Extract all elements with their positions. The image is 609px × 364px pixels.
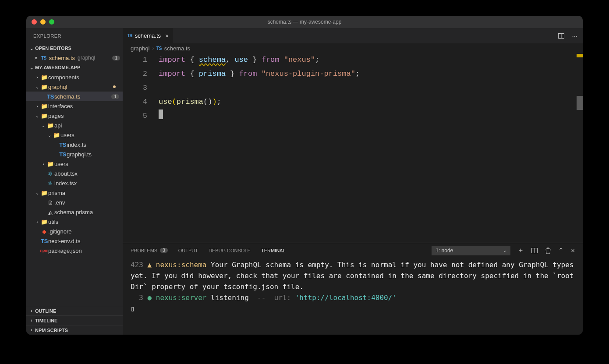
open-editor-item[interactable]: × TS schema.ts graphql 1 [26, 53, 123, 63]
code-line[interactable] [159, 109, 583, 123]
tree-folder[interactable]: ⌄📁api [26, 120, 123, 130]
tree-item-label: users [60, 132, 74, 138]
line-gutter: 12345 [123, 53, 159, 243]
tree-folder[interactable]: ›📁utils [26, 217, 123, 226]
tree-folder[interactable]: ›📁interfaces [26, 101, 123, 111]
tree-folder[interactable]: ⌄📁graphql [26, 82, 123, 92]
tree-item-label: components [48, 74, 79, 81]
open-editors-section[interactable]: ⌄ OPEN EDITORS [26, 43, 123, 53]
tree-item-label: pages [48, 113, 64, 119]
tab-bar: TS schema.ts × ··· [123, 28, 583, 43]
chevron-down-icon: ⌄ [34, 85, 40, 89]
breadcrumb-folder[interactable]: graphql [131, 45, 149, 52]
react-icon: ⚛ [46, 170, 54, 177]
editor-tab[interactable]: TS schema.ts × [123, 28, 173, 43]
file-tree: ›📁components⌄📁graphqlTSschema.ts1›📁inter… [26, 72, 123, 306]
open-editor-badge: 1 [112, 56, 120, 60]
bottom-panel: PROBLEMS 3 OUTPUT DEBUG CONSOLE TERMINAL [123, 243, 583, 335]
debug-label: DEBUG CONSOLE [209, 248, 251, 253]
npm-icon: npm [40, 248, 48, 253]
tree-file[interactable]: TSschema.ts1 [26, 92, 123, 101]
close-panel-icon[interactable]: × [571, 247, 575, 254]
tree-item-label: next-env.d.ts [48, 238, 80, 244]
line-number: 2 [123, 67, 147, 81]
project-section[interactable]: ⌄ MY-AWESOME-APP [26, 63, 123, 72]
breadcrumb[interactable]: graphql › TS schema.ts [123, 43, 583, 53]
split-editor-icon[interactable] [558, 32, 565, 39]
typescript-icon: TS [40, 238, 48, 244]
log-tag: nexus:schema [156, 261, 207, 269]
code-editor[interactable]: 12345 import { schema, use } from "nexus… [123, 53, 583, 243]
overview-ruler[interactable] [577, 53, 583, 243]
tree-folder[interactable]: ›📁users [26, 159, 123, 169]
code-line[interactable] [159, 81, 583, 95]
folder-icon: 📁 [40, 219, 48, 225]
tree-file[interactable]: ◆.gitignore [26, 226, 123, 236]
tree-file[interactable]: ⚛about.tsx [26, 169, 123, 178]
output-tab[interactable]: OUTPUT [178, 248, 198, 253]
tree-file[interactable]: 🗎.env [26, 198, 123, 207]
tree-item-label: index.ts [67, 141, 86, 148]
line-number: 4 [123, 95, 147, 109]
window-title: schema.ts — my-awesome-app [26, 19, 583, 25]
folder-icon: 📁 [40, 103, 48, 110]
maximize-panel-icon[interactable]: ⌃ [558, 247, 564, 254]
debug-console-tab[interactable]: DEBUG CONSOLE [209, 248, 251, 253]
tree-file[interactable]: npmpackage.json [26, 246, 123, 255]
log-tag: nexus:server [156, 293, 207, 302]
npm-scripts-label: NPM SCRIPTS [35, 328, 68, 333]
more-actions-icon[interactable]: ··· [572, 32, 577, 39]
tree-folder[interactable]: ⌄📁prisma [26, 188, 123, 198]
tree-file[interactable]: TSgraphql.ts [26, 149, 123, 159]
chevron-right-icon: › [34, 75, 40, 80]
close-icon[interactable]: × [33, 55, 39, 61]
tree-item-label: graphql [48, 84, 67, 90]
code-line[interactable]: import { prisma } from "nexus-plugin-pri… [159, 67, 583, 81]
code-line[interactable]: use(prisma()); [159, 95, 583, 109]
tree-item-label: .env [54, 199, 65, 206]
typescript-icon: TS [59, 141, 67, 148]
chevron-down-icon: ⌄ [46, 133, 53, 138]
sidebar: EXPLORER ⌄ OPEN EDITORS × TS schema.ts g… [26, 28, 123, 335]
split-terminal-icon[interactable] [531, 247, 538, 254]
outline-section[interactable]: › OUTLINE [26, 306, 123, 315]
tree-file[interactable]: TSnext-env.d.ts [26, 236, 123, 246]
code-line[interactable]: import { schema, use } from "nexus"; [159, 53, 583, 67]
timeline-section[interactable]: › TIMELINE [26, 315, 123, 325]
npm-scripts-section[interactable]: › NPM SCRIPTS [26, 325, 123, 335]
line-number: 3 [123, 81, 147, 95]
typescript-icon: TS [59, 151, 67, 158]
tree-item-label: users [54, 161, 68, 167]
terminal-select[interactable]: 1: node ⌄ [432, 246, 510, 255]
project-label: MY-AWESOME-APP [35, 65, 80, 70]
problems-tab[interactable]: PROBLEMS 3 [131, 248, 168, 253]
tree-folder[interactable]: ⌄📁pages [26, 111, 123, 120]
terminal-tab[interactable]: TERMINAL [261, 248, 286, 253]
close-tab-icon[interactable]: × [165, 32, 169, 39]
ruler-warning-mark [577, 54, 583, 57]
tree-file[interactable]: ⚛index.tsx [26, 178, 123, 188]
tree-file[interactable]: ◭schema.prisma [26, 207, 123, 217]
code-content[interactable]: import { schema, use } from "nexus";impo… [159, 53, 583, 243]
terminal-output[interactable]: 423 ▲ nexus:schema Your GraphQL schema i… [123, 258, 583, 335]
chevron-down-icon: ⌄ [28, 46, 35, 51]
chevron-right-icon: › [34, 104, 40, 109]
open-editor-name: schema.ts [49, 55, 75, 61]
tree-file[interactable]: TSindex.ts [26, 140, 123, 149]
kill-terminal-icon[interactable] [545, 247, 551, 254]
line-number: 1 [123, 53, 147, 67]
panel-tabs: PROBLEMS 3 OUTPUT DEBUG CONSOLE TERMINAL [123, 243, 583, 258]
app-window: schema.ts — my-awesome-app EXPLORER ⌄ OP… [26, 16, 583, 335]
new-terminal-icon[interactable]: ＋ [517, 246, 524, 254]
main-area: TS schema.ts × ··· graphql › TS schema.t… [123, 28, 583, 335]
tree-folder[interactable]: ⌄📁users [26, 130, 123, 140]
breadcrumb-file[interactable]: schema.ts [164, 45, 190, 52]
problems-label: PROBLEMS [131, 248, 157, 253]
tab-label: schema.ts [135, 32, 161, 39]
chevron-right-icon: › [28, 318, 35, 323]
chevron-down-icon: ⌄ [28, 65, 35, 70]
chevron-right-icon: › [28, 328, 35, 332]
tree-folder[interactable]: ›📁components [26, 72, 123, 82]
tree-item-label: index.tsx [54, 180, 77, 187]
open-editor-path: graphql [78, 55, 110, 61]
